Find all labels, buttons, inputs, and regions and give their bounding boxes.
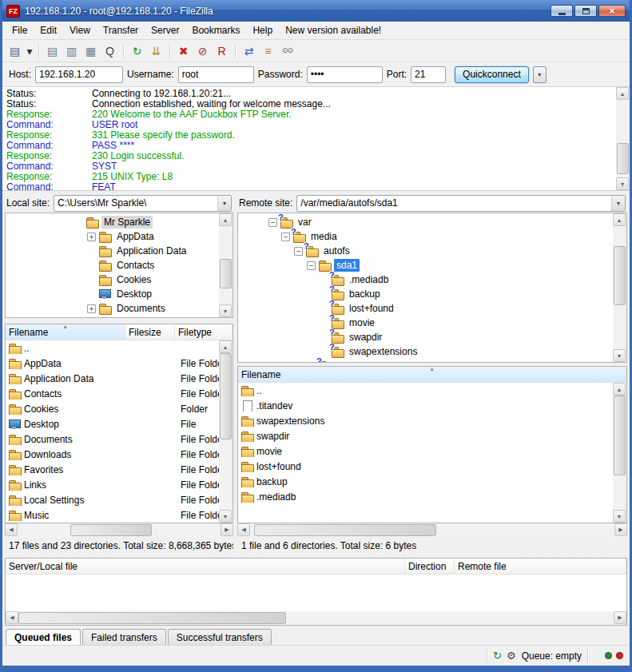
file-row-desktop[interactable]: DesktopFile xyxy=(6,416,219,431)
scroll-track[interactable] xyxy=(18,523,221,537)
scroll-thumb[interactable] xyxy=(254,524,436,536)
toggle-message-log-button[interactable]: ▤ xyxy=(43,42,62,60)
remote-site-combo[interactable]: /var/media/autofs/sda1 ▾ xyxy=(296,195,626,212)
log-scrollbar[interactable]: ▲▼ xyxy=(616,87,630,190)
scroll-up-button[interactable]: ▲ xyxy=(613,383,626,396)
minimize-button[interactable] xyxy=(551,5,573,17)
quickconnect-button[interactable]: Quickconnect xyxy=(455,66,529,83)
file-row-contacts[interactable]: ContactsFile Folder xyxy=(6,386,219,401)
menu-item-bookmarks[interactable]: Bookmarks xyxy=(185,22,246,38)
file-row-downloads[interactable]: DownloadsFile Folder xyxy=(6,447,219,462)
synchronized-browsing-button[interactable]: ⇄ xyxy=(240,42,258,60)
file-row-application-data[interactable]: Application DataFile Folder xyxy=(6,371,219,386)
scroll-down-button[interactable]: ▼ xyxy=(219,304,232,317)
tree-item-swapdir[interactable]: ?swapdir xyxy=(238,330,613,344)
scroll-thumb[interactable] xyxy=(617,143,629,174)
file-row-links[interactable]: LinksFile Folder xyxy=(6,477,219,492)
file-row-mediadb[interactable]: .mediadb xyxy=(238,489,613,504)
toggle-transfer-queue-button[interactable]: Q xyxy=(101,42,119,60)
menu-item-server[interactable]: Server xyxy=(145,22,185,38)
column-header-filename[interactable]: ▴Filename xyxy=(238,367,626,382)
tree-item-dvd[interactable]: ?dvd xyxy=(238,359,613,362)
column-header-remote-file[interactable]: Remote file xyxy=(455,559,626,574)
scroll-up-button[interactable]: ▲ xyxy=(219,213,232,226)
menu-item-edit[interactable]: Edit xyxy=(34,22,63,38)
local-list-scrollbar[interactable]: ▲▼ xyxy=(219,340,233,523)
port-input[interactable] xyxy=(411,66,446,83)
menu-item-new-version-available[interactable]: New version available! xyxy=(279,22,388,38)
remote-list-scrollbar[interactable]: ▲▼ xyxy=(613,383,626,523)
collapse-minus-icon[interactable]: − xyxy=(281,233,290,241)
scroll-track[interactable] xyxy=(250,523,614,537)
column-header-server-local-file[interactable]: Server/Local file xyxy=(6,559,405,574)
file-row-favorites[interactable]: FavoritesFile Folder xyxy=(6,462,219,477)
scroll-thumb[interactable] xyxy=(18,612,286,624)
scroll-down-button[interactable]: ▼ xyxy=(219,510,232,523)
file-row-music[interactable]: MusicFile Folder xyxy=(6,507,219,523)
local-site-combo-arrow-icon[interactable]: ▾ xyxy=(217,196,231,211)
maximize-button[interactable] xyxy=(574,5,597,17)
tab-failed-transfers[interactable]: Failed transfers xyxy=(82,629,166,645)
file-row-lost-found[interactable]: lost+found xyxy=(238,459,613,474)
tree-item-documents[interactable]: +Documents xyxy=(6,301,219,316)
column-header-filesize[interactable]: Filesize xyxy=(125,324,175,340)
scroll-right-button[interactable]: ▶ xyxy=(221,523,233,536)
file-row-appdata[interactable]: AppDataFile Folder xyxy=(6,356,219,371)
scroll-thumb[interactable] xyxy=(220,259,232,288)
file-row-swapextensions[interactable]: swapextensions xyxy=(238,413,613,428)
tree-item-desktop[interactable]: Desktop xyxy=(6,287,219,301)
process-queue-button[interactable]: ⇊ xyxy=(147,42,165,60)
scroll-track[interactable] xyxy=(613,226,626,349)
remote-tree-scrollbar[interactable]: ▲▼ xyxy=(613,213,626,362)
scroll-left-button[interactable]: ◀ xyxy=(5,523,18,536)
password-input[interactable] xyxy=(307,66,383,83)
scroll-track[interactable] xyxy=(219,353,233,510)
file-row-local-settings[interactable]: Local SettingsFile Folder xyxy=(6,492,219,507)
tree-item-cookies[interactable]: Cookies xyxy=(6,272,219,287)
scroll-up-button[interactable]: ▲ xyxy=(616,87,629,100)
scroll-down-button[interactable]: ▼ xyxy=(616,177,629,190)
scroll-up-button[interactable]: ▲ xyxy=(219,340,232,353)
expand-plus-icon[interactable]: + xyxy=(87,233,96,241)
file-row-backup[interactable]: backup xyxy=(238,474,613,489)
toggle-local-tree-button[interactable]: ▥ xyxy=(62,42,81,60)
tree-item-appdata[interactable]: +AppData xyxy=(6,229,219,244)
collapse-minus-icon[interactable]: − xyxy=(268,218,277,227)
scroll-down-button[interactable]: ▼ xyxy=(613,349,626,362)
file-row-item[interactable]: .. xyxy=(6,340,219,356)
tree-item-sda1[interactable]: −sda1 xyxy=(238,258,613,272)
scroll-track[interactable] xyxy=(18,611,614,625)
scroll-up-button[interactable]: ▲ xyxy=(613,213,626,226)
menu-item-transfer[interactable]: Transfer xyxy=(97,22,145,38)
scroll-track[interactable] xyxy=(613,396,626,510)
local-site-combo[interactable]: C:\Users\Mr Sparkle\ ▾ xyxy=(54,195,232,212)
queue-hscrollbar[interactable]: ◀▶ xyxy=(6,611,626,625)
tree-item-autofs[interactable]: −?autofs xyxy=(238,244,613,258)
directory-comparison-button[interactable]: ≡ xyxy=(259,42,277,60)
tree-item-mr-sparkle[interactable]: Mr Sparkle xyxy=(6,215,219,229)
title-bar[interactable]: FZ 192.168.1.20 - root@192.168.1.20 - Fi… xyxy=(2,0,630,22)
tree-item-application-data[interactable]: Application Data xyxy=(6,244,219,258)
file-row-swapdir[interactable]: swapdir xyxy=(238,428,613,443)
tree-item-contacts[interactable]: Contacts xyxy=(6,258,219,272)
scroll-left-button[interactable]: ◀ xyxy=(6,611,18,624)
tree-item-lost-found[interactable]: ?lost+found xyxy=(238,301,613,316)
scroll-down-button[interactable]: ▼ xyxy=(613,510,626,523)
disconnect-button[interactable]: ⊘ xyxy=(193,42,212,60)
tree-item-movie[interactable]: ?movie xyxy=(238,316,613,330)
tree-item-backup[interactable]: ?backup xyxy=(238,287,613,301)
file-row-documents[interactable]: DocumentsFile Folder xyxy=(6,431,219,447)
tree-item-mediadb[interactable]: ?.mediadb xyxy=(238,272,613,287)
scroll-thumb[interactable] xyxy=(614,246,626,305)
cancel-button[interactable]: ✖ xyxy=(174,42,193,60)
tab-successful-transfers[interactable]: Successful transfers xyxy=(168,629,272,645)
reconnect-button[interactable]: R xyxy=(213,42,231,60)
remote-list-hscrollbar[interactable]: ◀▶ xyxy=(237,523,627,537)
local-pane-splitter[interactable] xyxy=(5,318,233,324)
close-button[interactable]: × xyxy=(598,5,626,17)
tree-item-media[interactable]: −?media xyxy=(238,229,613,244)
tree-item-downloads[interactable]: +Downloads xyxy=(6,316,219,317)
menu-item-help[interactable]: Help xyxy=(246,22,279,38)
tree-item-swapextensions[interactable]: ?swapextensions xyxy=(238,344,613,359)
column-header-filetype[interactable]: Filetype xyxy=(175,324,233,340)
